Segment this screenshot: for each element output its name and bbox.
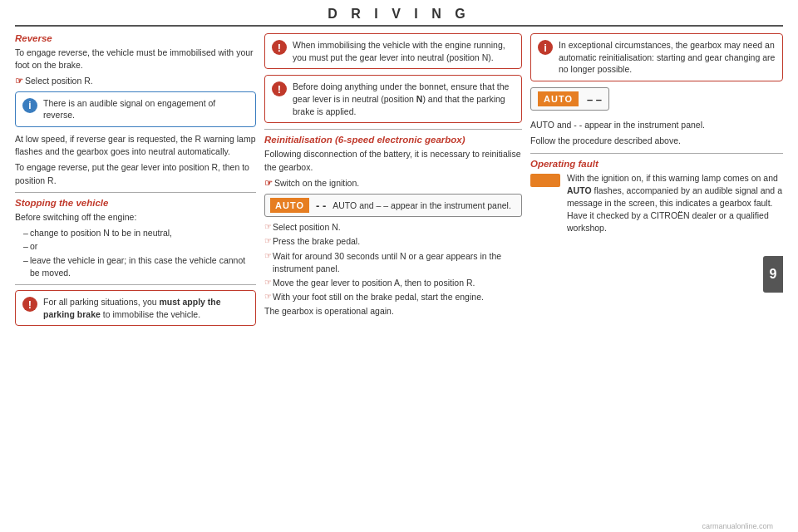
reinit-text1: Following disconnection of the battery, …: [264, 148, 522, 173]
reinit-title: Reinitialisation (6-speed electronic gea…: [264, 135, 522, 145]
middle-column: ! When immobilising the vehicle with the…: [264, 33, 522, 515]
left-column: Reverse To engage reverse, the vehicle m…: [15, 33, 256, 515]
auto-dash-right: – –: [587, 93, 602, 106]
right-divider: [530, 153, 783, 154]
exceptional-warn-box: i In exceptional circumstances, the gear…: [530, 33, 783, 81]
warn-icon-immobilise: !: [272, 40, 287, 55]
reverse-info-box: i There is an audible signal on engageme…: [15, 91, 256, 127]
stopping-bullet-or: or: [23, 240, 256, 253]
exceptional-warn-text: In exceptional circumstances, the gearbo…: [559, 39, 776, 76]
info-icon: i: [22, 98, 37, 113]
warn-icon-exceptional: i: [538, 40, 553, 55]
bonnet-warn-text: Before doing anything under the bonnet, …: [293, 81, 515, 117]
reinit-step-2: Press the brake pedal.: [264, 235, 522, 248]
reinit-steps: Select position N. Press the brake pedal…: [264, 221, 522, 303]
watermark: carmanualonline.com: [702, 522, 773, 530]
bonnet-warn-box: ! Before doing anything under the bonnet…: [264, 75, 522, 123]
right-column: i In exceptional circumstances, the gear…: [530, 33, 783, 515]
auto-badge: AUTO: [270, 198, 309, 213]
operating-fault-title: Operating fault: [530, 159, 783, 169]
follow-text: Follow the procedure described above.: [530, 135, 783, 147]
operating-fault-text: With the ignition on, if this warning la…: [567, 172, 783, 235]
parking-warn-box: ! For all parking situations, you must a…: [15, 290, 256, 326]
stopping-title: Stopping the vehicle: [15, 198, 256, 208]
page-header: D R I V I N G: [15, 0, 783, 27]
stopping-bullet2: leave the vehicle in gear; in this case …: [23, 254, 256, 279]
reverse-text1: To engage reverse, the vehicle must be i…: [15, 47, 256, 71]
mid-divider: [264, 129, 522, 130]
auto-badge-right: AUTO: [538, 91, 579, 106]
page-title: D R I V I N G: [15, 7, 783, 22]
reinit-step-5: With your foot still on the brake pedal,…: [264, 291, 522, 303]
auto-display-block: AUTO - - AUTO and – – appear in the inst…: [264, 194, 522, 217]
reinit-instruction: ☞Switch on the ignition.: [264, 177, 522, 190]
divider1: [15, 192, 256, 193]
warn-icon-bonnet: !: [272, 81, 287, 96]
auto-caption: AUTO and – – appear in the instrument pa…: [332, 200, 511, 212]
reinit-final: The gearbox is operational again.: [264, 305, 522, 318]
reverse-text2: At low speed, if reverse gear is request…: [15, 133, 256, 158]
auto-panel-text: AUTO and - - appear in the instrument pa…: [530, 119, 783, 131]
stopping-subtitle: Before switching off the engine:: [15, 211, 256, 224]
divider2: [15, 284, 256, 285]
reinit-step-1: Select position N.: [264, 221, 522, 234]
fault-lamp-indicator: [530, 174, 560, 187]
reinit-step-4: Move the gear lever to position A, then …: [264, 277, 522, 289]
main-content: Reverse To engage reverse, the vehicle m…: [15, 33, 783, 515]
parking-warn-text: For all parking situations, you must app…: [43, 296, 249, 320]
reverse-text3: To engage reverse, put the gear lever in…: [15, 161, 256, 186]
operating-fault-content: With the ignition on, if this warning la…: [530, 172, 783, 239]
stopping-bullet1: change to position N to be in neutral,: [23, 227, 256, 239]
page-number: 9: [763, 256, 783, 293]
page: D R I V I N G Reverse To engage reverse,…: [0, 0, 798, 532]
reverse-instruction: ☞Select position R.: [15, 75, 256, 87]
warn-icon-parking: !: [22, 297, 37, 312]
stopping-list: change to position N to be in neutral, o…: [15, 227, 256, 279]
auto-panel-row: AUTO – –: [530, 87, 783, 115]
immobilise-warn-text: When immobilising the vehicle with the e…: [293, 39, 515, 63]
reverse-info-text: There is an audible signal on engagement…: [43, 97, 249, 121]
reinit-step-3: Wait for around 30 seconds until N or a …: [264, 250, 522, 275]
auto-dash: - -: [316, 200, 326, 212]
reverse-title: Reverse: [15, 33, 256, 43]
immobilise-warn-box: ! When immobilising the vehicle with the…: [264, 33, 522, 69]
